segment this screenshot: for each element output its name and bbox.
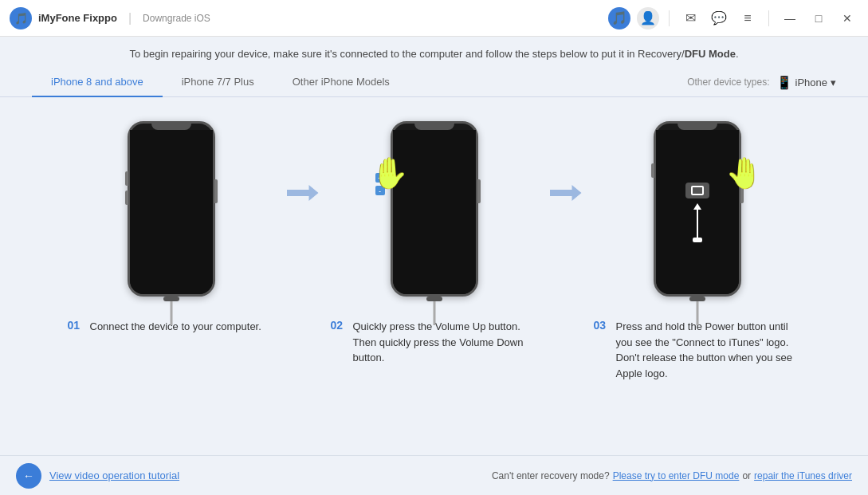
minimize-button[interactable]: — bbox=[779, 7, 801, 29]
arrow-2 bbox=[546, 185, 586, 201]
breadcrumb: Downgrade iOS bbox=[143, 13, 210, 24]
other-device-label: Other device types: bbox=[687, 77, 769, 88]
phone-btn-left-3 bbox=[651, 163, 654, 178]
phone-icon: 📱 bbox=[776, 75, 792, 90]
arrow-shape-1 bbox=[287, 185, 319, 201]
phone-notch-2 bbox=[414, 124, 454, 130]
arrow-shape-2 bbox=[550, 185, 582, 201]
step-1-illustration bbox=[100, 113, 243, 304]
title-divider: | bbox=[128, 11, 132, 26]
tutorial-link[interactable]: View video operation tutorial bbox=[49, 469, 179, 481]
repair-itunes-link[interactable]: repair the iTunes driver bbox=[754, 470, 852, 481]
phone-screen-2 bbox=[393, 130, 476, 294]
step-1-desc: Connect the device to your computer. bbox=[90, 319, 261, 335]
device-dropdown[interactable]: 📱 iPhone ▾ bbox=[776, 75, 836, 90]
dfu-mode-link[interactable]: Please try to enter DFU mode bbox=[613, 470, 740, 481]
itunes-screen bbox=[656, 130, 739, 294]
hand-icon-2: 🤚 bbox=[371, 155, 408, 191]
chat-icon[interactable]: 💬 bbox=[708, 7, 730, 29]
step-3-desc: Press and hold the Power button until yo… bbox=[616, 319, 801, 381]
app-name: iMyFone Fixppo bbox=[38, 12, 117, 24]
title-bar-right: 🎵 👤 ✉ 💬 ≡ — □ ✕ bbox=[608, 7, 858, 29]
step-2-num: 02 bbox=[331, 319, 348, 332]
screen-icon bbox=[691, 186, 704, 195]
phone-screen-1 bbox=[130, 130, 213, 294]
usb-connector-icon bbox=[693, 238, 702, 242]
step-1-num: 01 bbox=[68, 319, 85, 332]
usb-line-icon bbox=[697, 210, 698, 238]
bottom-bar: ← View video operation tutorial Can't en… bbox=[0, 455, 868, 495]
back-button[interactable]: ← bbox=[16, 463, 41, 489]
step-2-desc: Quickly press the Volume Up button. Then… bbox=[353, 319, 538, 366]
notification-icon[interactable]: 🎵 bbox=[608, 7, 630, 29]
step-3-block: 🤚 03 Press and hold the Power button unt… bbox=[586, 113, 809, 381]
step-3-text: 03 Press and hold the Power button until… bbox=[594, 319, 801, 381]
other-device-types: Other device types: 📱 iPhone ▾ bbox=[687, 75, 836, 90]
usb-cable-icon bbox=[693, 203, 702, 242]
notice-bar: To begin repairing your device, make sur… bbox=[0, 37, 868, 68]
bottom-right: Can't enter recovery mode? Please try to… bbox=[492, 470, 852, 481]
tab-iphone7[interactable]: iPhone 7/7 Plus bbox=[163, 68, 273, 97]
itunes-logo bbox=[685, 183, 709, 198]
maximize-button[interactable]: □ bbox=[807, 7, 830, 29]
steps-row: 01 Connect the device to your computer. bbox=[32, 113, 836, 381]
phone-notch-1 bbox=[151, 124, 191, 130]
or-text: or bbox=[742, 470, 751, 481]
tabs-container: iPhone 8 and above iPhone 7/7 Plus Other… bbox=[0, 68, 868, 97]
step-1-phone bbox=[128, 121, 215, 297]
mail-icon[interactable]: ✉ bbox=[679, 7, 701, 29]
phone-notch-3 bbox=[678, 124, 717, 130]
phone-btn-right-2 bbox=[477, 179, 481, 203]
step-2-phone: + - 🤚 bbox=[391, 121, 478, 297]
hand-icon-3: 🤚 bbox=[725, 155, 763, 191]
app-logo-icon: 🎵 bbox=[10, 7, 32, 29]
cable-down-1 bbox=[170, 301, 172, 325]
dropdown-chevron-icon: ▾ bbox=[831, 77, 836, 88]
usb-arrow-icon bbox=[693, 203, 701, 210]
main-content: To begin repairing your device, make sur… bbox=[0, 37, 868, 455]
cable-down-3 bbox=[696, 301, 698, 325]
notice-text: To begin repairing your device, make sur… bbox=[129, 48, 738, 60]
phone-btn-left2-1 bbox=[125, 191, 128, 205]
cable-down-2 bbox=[433, 301, 435, 325]
step-2-text: 02 Quickly press the Volume Up button. T… bbox=[331, 319, 538, 366]
tab-other-iphone[interactable]: Other iPhone Models bbox=[273, 68, 409, 97]
phone-btn-right-1 bbox=[214, 179, 218, 203]
step-2-illustration: + - 🤚 bbox=[363, 113, 506, 304]
menu-icon[interactable]: ≡ bbox=[736, 7, 759, 29]
phone-screen-3 bbox=[656, 130, 739, 294]
step-3-num: 03 bbox=[594, 319, 611, 332]
title-bar: 🎵 iMyFone Fixppo | Downgrade iOS 🎵 👤 ✉ 💬… bbox=[0, 0, 868, 37]
back-arrow-icon: ← bbox=[23, 469, 34, 482]
phone-btn-left-1 bbox=[125, 171, 128, 186]
selected-device: iPhone bbox=[795, 77, 827, 88]
title-bar-left: 🎵 iMyFone Fixppo | Downgrade iOS bbox=[10, 7, 608, 29]
tab-iphone8-above[interactable]: iPhone 8 and above bbox=[32, 68, 163, 97]
step-2-block: + - 🤚 02 Quickly press the Volume Up but… bbox=[323, 113, 546, 366]
svg-text:🎵: 🎵 bbox=[14, 12, 29, 26]
step-3-phone: 🤚 bbox=[654, 121, 741, 297]
steps-area: 01 Connect the device to your computer. bbox=[0, 97, 868, 455]
arrow-1 bbox=[283, 185, 323, 201]
close-button[interactable]: ✕ bbox=[836, 7, 858, 29]
step-3-illustration: 🤚 bbox=[626, 113, 769, 304]
cant-enter-text: Can't enter recovery mode? bbox=[492, 470, 610, 481]
step-1-block: 01 Connect the device to your computer. bbox=[60, 113, 283, 335]
profile-icon[interactable]: 👤 bbox=[637, 7, 659, 29]
